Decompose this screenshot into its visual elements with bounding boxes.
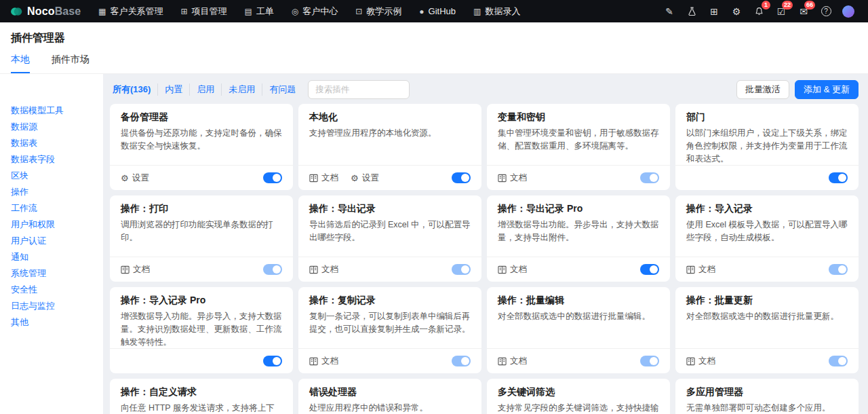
sidebar-item-2[interactable]: 数据源 [0,119,103,135]
plugin-card-footer: 文档 [487,165,670,190]
plugin-title: 操作：导入记录 Pro [110,287,293,310]
filter-all[interactable]: 所有(136) [110,83,157,96]
sidebar-item-11[interactable]: 系统管理 [0,265,103,282]
sidebar-item-9[interactable]: 用户认证 [0,233,103,249]
plugin-enabled-toggle[interactable] [829,356,848,366]
plugin-title: 操作：导入记录 [675,195,859,219]
sidebar-item-14[interactable]: 其他 [0,314,103,331]
sidebar-item-5[interactable]: 区块 [0,168,103,184]
plugin-enabled-toggle[interactable] [263,172,282,183]
plugin-card: 操作：打印调用浏览器的打印功能实现单条数据的打印。文档 [110,195,293,282]
sidebar-item-13[interactable]: 日志与监控 [0,298,103,314]
plugin-description: 对全部数据或选中的数据进行批量更新。 [675,310,859,348]
filter-enabled[interactable]: 启用 [189,83,221,96]
nav-item-1[interactable]: ▦客户关系管理 [98,5,163,18]
plugin-card-footer: 文档 [675,257,859,282]
plugin-search-input[interactable] [308,80,410,99]
plugin-docs-link[interactable]: 文档 [686,356,715,367]
doc-icon [309,357,318,366]
filter-bar-actions: 批量激活 添加 & 更新 [736,80,859,99]
plugin-grid-icon[interactable]: ⊞ [704,3,724,20]
message-mail-icon[interactable]: ✉ 66 [793,3,814,20]
nav-item-3[interactable]: ▤工单 [244,5,273,18]
doc-icon [309,174,318,183]
plugin-docs-link[interactable]: 文档 [121,264,150,276]
plugin-docs-link[interactable]: 文档 [309,356,338,367]
logo-text-noco: Noco [27,5,55,18]
plugin-enabled-toggle[interactable] [263,356,282,366]
api-flask-icon[interactable] [682,3,702,20]
filter-problems[interactable]: 有问题 [262,83,302,96]
doc-icon [686,265,695,274]
help-icon[interactable]: ? [816,3,836,20]
filter-disabled[interactable]: 未启用 [221,83,262,96]
plugin-docs-link[interactable]: 文档 [498,264,527,276]
notification-badge: 1 [762,1,770,10]
plugin-enabled-toggle[interactable] [452,172,471,183]
plugin-description: 复制一条记录，可以复制到表单中编辑后再提交，也可以直接复制并生成一条新记录。 [298,310,481,348]
plugin-enabled-toggle[interactable] [640,264,659,275]
plugin-card-footer [110,348,293,373]
plugin-docs-link[interactable]: 文档 [309,264,338,276]
plugin-docs-link[interactable]: 文档 [309,172,338,184]
plugin-enabled-toggle[interactable] [263,264,282,275]
project-icon: ⊞ [180,7,187,16]
sidebar-item-7[interactable]: 工作流 [0,200,103,217]
nav-item-6[interactable]: ●GitHub [419,6,456,16]
bulk-activate-button[interactable]: 批量激活 [736,80,789,99]
github-icon: ● [419,7,424,16]
nav-item-7[interactable]: ▥数据录入 [473,5,520,18]
nav-item-2[interactable]: ⊞项目管理 [180,5,226,18]
sidebar-item-4[interactable]: 数据表字段 [0,151,103,168]
tab-local[interactable]: 本地 [11,54,30,73]
plugin-link-label: 设置 [362,172,379,184]
plugin-title: 本地化 [298,104,481,127]
doc-icon [498,357,507,366]
plugin-card: 操作：导入记录 Pro增强数据导入功能。异步导入，支持大数据量。支持识别数据处理… [110,287,293,373]
logo[interactable]: NocoBase [9,5,81,18]
tab-marketplace[interactable]: 插件市场 [52,54,90,73]
plugin-card-footer [675,165,859,190]
todo-check-icon[interactable]: ☑ 22 [771,3,791,20]
plugin-settings-link[interactable]: ⚙设置 [121,172,149,184]
nav-item-5[interactable]: ⊡教学示例 [355,5,401,18]
sidebar-item-1[interactable]: 数据模型工具 [0,102,103,119]
tabs: 本地 插件市场 [0,54,868,73]
nav-item-4[interactable]: ◎客户中心 [292,5,338,18]
plugin-card: 错误处理器处理应用程序中的错误和异常。文档 [298,379,481,414]
settings-gear-icon[interactable]: ⚙ [726,3,747,20]
sidebar-item-12[interactable]: 安全性 [0,282,103,298]
sidebar-item-8[interactable]: 用户和权限 [0,217,103,233]
plugin-description: 以部门来组织用户，设定上下级关系，绑定角色控制权限，并支持作为变量用于工作流和表… [675,127,859,165]
plugin-card: 多应用管理器无需单独部署即可动态创建多个应用。文档 [675,379,859,414]
plugin-enabled-toggle[interactable] [829,264,848,275]
sidebar-item-10[interactable]: 通知 [0,249,103,265]
plugin-card-footer: 文档 [110,257,293,282]
notification-bell-icon[interactable]: 1 [749,3,769,20]
plugin-title: 操作：自定义请求 [110,379,293,402]
app-root: NocoBase ▦客户关系管理⊞项目管理▤工单◎客户中心⊡教学示例●GitHu… [0,0,868,414]
filter-builtin[interactable]: 内置 [157,83,189,96]
plugin-docs-link[interactable]: 文档 [686,264,715,276]
add-update-button[interactable]: 添加 & 更新 [795,80,859,99]
doc-icon [686,357,695,366]
gear-icon: ⚙ [121,174,129,183]
ui-editor-pen-icon[interactable]: ✎ [659,3,679,20]
sidebar-item-3[interactable]: 数据表 [0,135,103,151]
plugin-settings-link[interactable]: ⚙设置 [351,172,379,184]
topbar-actions: ✎ ⊞ ⚙ 1 ☑ 22 ✉ 66 ? [659,3,859,20]
plugin-link-label: 文档 [133,264,150,276]
plugin-enabled-toggle[interactable] [452,264,471,275]
plugin-title: 变量和密钥 [487,104,670,127]
sidebar-item-6[interactable]: 操作 [0,184,103,200]
plugin-enabled-toggle[interactable] [829,172,848,183]
plugin-enabled-toggle[interactable] [640,172,659,183]
sidebar: 数据模型工具数据源数据表数据表字段区块操作工作流用户和权限用户认证通知系统管理安… [0,74,103,414]
user-avatar[interactable] [838,3,859,20]
plugin-enabled-toggle[interactable] [452,356,471,366]
plugin-docs-link[interactable]: 文档 [498,356,527,367]
nav-item-label: 项目管理 [191,5,226,18]
plugin-docs-link[interactable]: 文档 [498,172,527,184]
plugin-enabled-toggle[interactable] [640,356,659,366]
nocobase-logo-icon [9,5,23,18]
